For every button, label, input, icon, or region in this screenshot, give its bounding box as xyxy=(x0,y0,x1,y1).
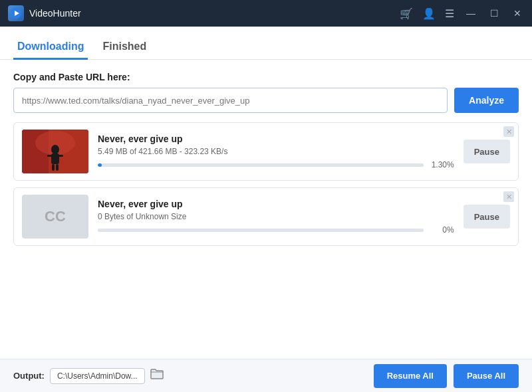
progress-bar-bg-2 xyxy=(98,229,424,232)
resume-all-button[interactable]: Resume All xyxy=(374,364,447,388)
item-meta-2: 0 Bytes of Unknown Size xyxy=(98,212,454,221)
analyze-button[interactable]: Analyze xyxy=(454,88,519,113)
thumbnail-1 xyxy=(22,130,88,173)
url-row: Analyze xyxy=(13,88,519,113)
pause-button-1[interactable]: Pause xyxy=(464,140,510,163)
app-title-text: VideoHunter xyxy=(29,8,81,19)
output-path: C:\Users\Admin\Dow... xyxy=(50,368,145,384)
progress-row-1: 1.30% xyxy=(98,160,454,169)
tab-bar: Downloading Finished xyxy=(0,27,532,60)
titlebar: VideoHunter 🛒 👤 ☰ — ☐ ✕ xyxy=(0,0,532,27)
titlebar-left: VideoHunter xyxy=(8,5,81,21)
close-item-1[interactable]: ✕ xyxy=(503,126,514,137)
progress-bar-bg-1 xyxy=(98,163,424,167)
item-info-1: Never, ever give up 5.49 MB of 421.66 MB… xyxy=(98,134,454,169)
titlebar-controls: 🛒 👤 ☰ — ☐ ✕ xyxy=(400,7,524,20)
pause-button-2[interactable]: Pause xyxy=(464,205,510,229)
minimize-button[interactable]: — xyxy=(464,7,478,20)
progress-pct-2: 0% xyxy=(429,225,454,235)
menu-icon[interactable]: ☰ xyxy=(445,7,454,20)
item-title-2: Never, ever give up xyxy=(98,199,454,209)
bottom-bar: Output: C:\Users\Admin\Dow... Resume All… xyxy=(0,359,532,392)
close-button[interactable]: ✕ xyxy=(511,7,524,20)
url-input[interactable] xyxy=(13,88,448,113)
thumbnail-video-image xyxy=(22,130,88,173)
tab-finished[interactable]: Finished xyxy=(98,34,150,60)
svg-rect-7 xyxy=(47,155,53,157)
tab-downloading[interactable]: Downloading xyxy=(13,34,88,60)
svg-point-5 xyxy=(51,145,59,154)
app-logo xyxy=(8,5,24,21)
url-section: Copy and Paste URL here: Analyze xyxy=(13,72,519,113)
item-title-1: Never, ever give up xyxy=(98,134,454,144)
svg-rect-9 xyxy=(52,164,55,171)
user-icon[interactable]: 👤 xyxy=(422,7,436,20)
thumbnail-2: CC xyxy=(22,195,88,239)
thumbnail-cc-placeholder: CC xyxy=(22,195,88,239)
progress-bar-fill-1 xyxy=(98,163,102,167)
folder-icon[interactable] xyxy=(150,368,164,383)
svg-rect-8 xyxy=(57,155,63,157)
pause-all-button[interactable]: Pause All xyxy=(454,364,519,388)
main-panel: Downloading Finished Copy and Paste URL … xyxy=(0,27,532,392)
download-item: Never, ever give up 5.49 MB of 421.66 MB… xyxy=(13,122,519,181)
action-buttons: Resume All Pause All xyxy=(374,364,519,388)
download-item-2: CC Never, ever give up 0 Bytes of Unknow… xyxy=(13,187,519,246)
output-label: Output: xyxy=(13,371,45,381)
item-info-2: Never, ever give up 0 Bytes of Unknown S… xyxy=(98,199,454,235)
url-label: Copy and Paste URL here: xyxy=(13,72,519,82)
content-area: Copy and Paste URL here: Analyze xyxy=(0,60,532,359)
progress-row-2: 0% xyxy=(98,225,454,235)
output-section: Output: C:\Users\Admin\Dow... xyxy=(13,368,164,384)
item-meta-1: 5.49 MB of 421.66 MB - 323.23 KB/s xyxy=(98,147,454,156)
svg-rect-10 xyxy=(56,164,59,171)
cart-icon[interactable]: 🛒 xyxy=(400,7,413,20)
progress-pct-1: 1.30% xyxy=(429,160,454,169)
maximize-button[interactable]: ☐ xyxy=(487,7,501,20)
download-list: Never, ever give up 5.49 MB of 421.66 MB… xyxy=(13,122,519,246)
close-item-2[interactable]: ✕ xyxy=(503,191,514,202)
